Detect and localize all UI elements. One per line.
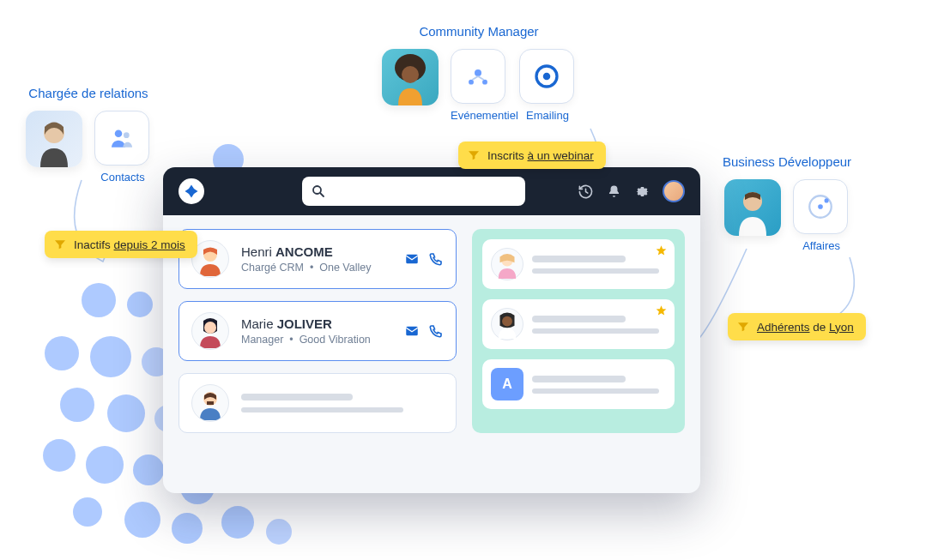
phone-icon[interactable] [428,323,444,339]
filtered-panel: A [472,229,685,433]
list-item[interactable] [482,299,675,349]
contact-name: Henri ANCOME [241,244,392,259]
contact-card-placeholder[interactable] [179,373,457,433]
bell-icon[interactable] [606,184,622,200]
item-avatar [491,308,523,340]
tool-contacts-icon [94,111,149,166]
svg-point-13 [825,198,829,202]
tool-contacts-label: Contacts [94,171,151,184]
persona-community-title: Community Manager [382,24,576,39]
list-item[interactable] [482,239,675,289]
tag-members-text: Adhérents de Lyon [757,321,854,334]
me-avatar[interactable] [663,180,685,202]
gear-icon[interactable] [634,184,651,200]
svg-point-9 [543,73,551,81]
svg-point-2 [124,132,130,138]
persona-relations: Chargée de relations Contacts [26,86,151,184]
contact-card[interactable]: Henri ANCOME Chargé CRM • One Valley [179,229,457,289]
tool-affaires-label: Affaires [793,239,850,252]
search-input[interactable] [302,177,525,206]
app-window: Henri ANCOME Chargé CRM • One Valley Mar… [163,167,700,493]
contact-card[interactable]: Marie JOLIVER Manager • Good Vibration [179,301,457,361]
star-icon [655,244,668,257]
persona-bizdev-avatar [724,179,781,236]
item-avatar-initial: A [491,368,523,400]
mail-icon[interactable] [404,323,420,339]
svg-rect-20 [207,401,214,405]
persona-relations-avatar [26,111,82,167]
tool-emailing-label: Emailing [519,109,576,122]
app-logo[interactable] [179,178,204,204]
svg-point-17 [204,322,216,334]
list-item[interactable]: A [482,359,675,409]
star-icon [655,304,668,317]
tag-webinar-text: Inscrits à un webinar [487,149,594,162]
svg-point-4 [402,66,419,83]
contacts-list: Henri ANCOME Chargé CRM • One Valley Mar… [179,229,457,433]
tag-members[interactable]: Adhérents de Lyon [728,313,866,340]
phone-icon[interactable] [428,251,444,267]
mail-icon[interactable] [404,251,420,267]
contact-meta: Chargé CRM • One Valley [241,262,392,274]
svg-point-12 [818,204,823,209]
filter-icon [467,148,481,162]
tool-event-label: Evénementiel [451,109,507,122]
app-topbar [163,167,700,215]
persona-bizdev-title: Business Développeur [723,154,851,169]
tag-inactive-text: Inactifs depuis 2 mois [74,238,185,251]
filter-icon [53,238,67,251]
item-avatar [491,248,523,280]
persona-community: Community Manager Evénementiel Emailing [382,24,576,122]
contact-avatar [191,384,229,422]
contact-name: Marie JOLIVER [241,316,392,331]
persona-relations-title: Chargée de relations [26,86,151,100]
persona-bizdev: Business Développeur Affaires [723,154,851,252]
history-icon[interactable] [578,184,594,200]
filter-icon [736,320,750,334]
tool-affaires-icon [793,179,848,234]
tag-webinar[interactable]: Inscrits à un webinar [458,142,606,169]
svg-point-1 [115,129,123,137]
svg-point-5 [475,69,481,76]
search-icon [311,184,326,199]
tag-inactive[interactable]: Inactifs depuis 2 mois [45,231,197,258]
contact-meta: Manager • Good Vibration [241,334,392,346]
svg-point-22 [502,316,512,327]
tool-event-icon [451,49,505,104]
persona-community-avatar [382,49,439,105]
tool-emailing-icon [519,49,574,104]
contact-avatar [191,312,229,350]
